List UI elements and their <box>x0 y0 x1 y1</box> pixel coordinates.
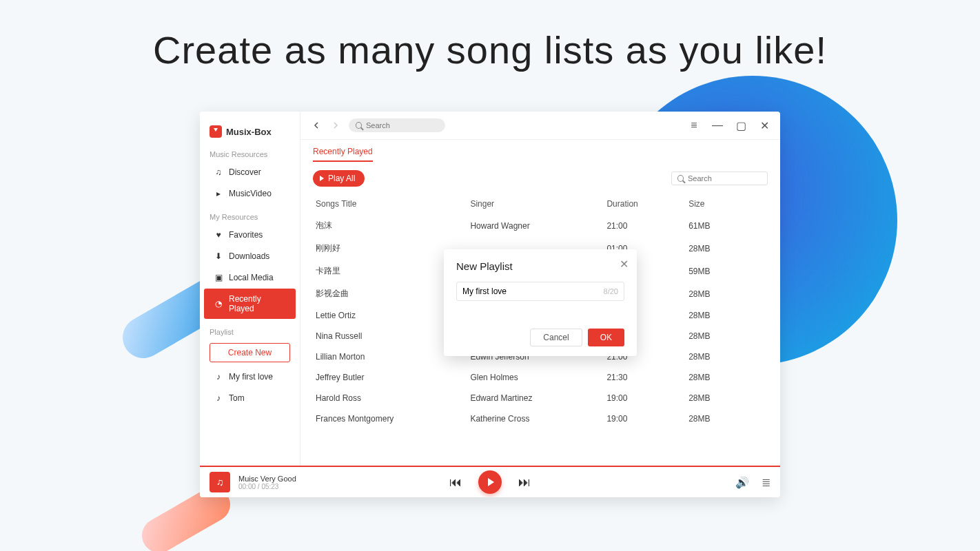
list-search[interactable] <box>671 171 768 185</box>
topbar: ≡ — ▢ ✕ <box>300 112 780 140</box>
cell-singer: Edward Martinez <box>467 388 604 408</box>
cell-size: 61MB <box>686 214 768 237</box>
menu-button[interactable]: ≡ <box>688 119 700 132</box>
search-icon <box>356 122 362 129</box>
modal-close-button[interactable]: ✕ <box>620 258 629 271</box>
sidebar-item-label: Downloads <box>229 251 269 261</box>
cell-title: Harold Ross <box>313 388 467 408</box>
cell-duration: 21:30 <box>604 367 686 388</box>
volume-button[interactable]: 🔊 <box>735 476 749 489</box>
music-note-icon: ♪ <box>214 372 223 382</box>
col-singer[interactable]: Singer <box>467 194 604 214</box>
play-pause-button[interactable] <box>478 470 502 494</box>
sub-tabs: Recently Played <box>300 140 780 162</box>
modal-title: New Playlist <box>456 260 624 272</box>
sidebar-item-label: Local Media <box>229 273 274 282</box>
playlist-name-field[interactable]: 8/20 <box>456 282 624 301</box>
sidebar-playlist-item[interactable]: ♪ Tom <box>204 388 296 408</box>
cell-title: 泡沫 <box>313 214 467 237</box>
section-my-resources: My Resources <box>200 205 300 224</box>
cell-duration: 19:00 <box>604 408 686 429</box>
brand-logo-icon <box>210 125 222 138</box>
list-search-input[interactable] <box>688 174 762 183</box>
play-icon <box>488 478 494 486</box>
main-panel: ≡ — ▢ ✕ Recently Played Play All <box>300 112 780 466</box>
sidebar-item-label: Recently Played <box>229 294 286 313</box>
sidebar-item-discover[interactable]: ♫ Discover <box>204 162 296 183</box>
now-playing-title: Muisc Very Good <box>238 475 296 483</box>
app-window: Musix-Box Music Resources ♫ Discover ▸ M… <box>200 112 780 497</box>
cell-size: 28MB <box>686 408 768 429</box>
cell-title: Jeffrey Butler <box>313 367 467 388</box>
sidebar-item-local-media[interactable]: ▣ Local Media <box>204 267 296 288</box>
table-row[interactable]: Jeffrey ButlerGlen Holmes21:3028MB <box>313 367 768 388</box>
download-icon: ⬇ <box>214 251 223 261</box>
sidebar-item-downloads[interactable]: ⬇ Downloads <box>204 246 296 267</box>
close-button[interactable]: ✕ <box>758 119 770 132</box>
new-playlist-modal: New Playlist ✕ 8/20 Cancel OK <box>444 249 637 356</box>
cell-size: 28MB <box>686 346 768 367</box>
sidebar-item-favorites[interactable]: ♥ Favorites <box>204 225 296 245</box>
sidebar-item-label: Tom <box>229 393 245 403</box>
tab-recently-played[interactable]: Recently Played <box>313 147 373 162</box>
cell-singer: Glen Holmes <box>467 367 604 388</box>
maximize-button[interactable]: ▢ <box>735 119 747 132</box>
next-track-button[interactable]: ⏭ <box>518 475 531 490</box>
prev-track-button[interactable]: ⏮ <box>449 475 462 490</box>
nav-back-button[interactable] <box>310 119 323 132</box>
sidebar-item-musicvideo[interactable]: ▸ MusicVideo <box>204 183 296 204</box>
brand: Musix-Box <box>200 117 300 142</box>
clock-icon: ◔ <box>214 299 223 309</box>
playback-controls: ⏮ ⏭ <box>449 470 531 494</box>
search-icon <box>677 175 684 182</box>
hero-title: Create as many song lists as you like! <box>0 28 980 72</box>
col-size[interactable]: Size <box>686 194 768 214</box>
play-icon <box>320 176 324 181</box>
cell-singer: Katherine Cross <box>467 408 604 429</box>
top-search[interactable] <box>349 118 445 132</box>
toolbar: Play All <box>300 162 780 189</box>
col-songs-title[interactable]: Songs Title <box>313 194 467 214</box>
sidebar-item-label: Discover <box>229 167 261 177</box>
headphones-icon: ♫ <box>214 167 223 177</box>
playlist-name-input[interactable] <box>462 287 604 296</box>
create-new-playlist-button[interactable]: Create New <box>210 343 290 362</box>
cell-singer: Howard Wagner <box>467 214 604 237</box>
table-row[interactable]: Frances MontgomeryKatherine Cross19:0028… <box>313 408 768 429</box>
minimize-button[interactable]: — <box>711 119 724 132</box>
music-note-icon: ♪ <box>214 393 223 403</box>
cell-size: 28MB <box>686 305 768 326</box>
play-all-label: Play All <box>328 174 355 183</box>
cell-size: 28MB <box>686 326 768 346</box>
sidebar-item-recently-played[interactable]: ◔ Recently Played <box>204 289 296 319</box>
sidebar-playlist-item[interactable]: ♪ My first love <box>204 366 296 387</box>
table-row[interactable]: Harold RossEdward Martinez19:0028MB <box>313 388 768 408</box>
headphones-icon: ♫ <box>216 477 224 488</box>
sidebar-item-label: MusicVideo <box>229 189 272 198</box>
player-bar: ♫ Muisc Very Good 00:00 / 05:23 ⏮ ⏭ 🔊 ≣ <box>200 466 780 497</box>
cell-title: Frances Montgomery <box>313 408 467 429</box>
table-row[interactable]: 泡沫Howard Wagner21:0061MB <box>313 214 768 237</box>
heart-icon: ♥ <box>214 230 223 240</box>
cell-size: 28MB <box>686 367 768 388</box>
section-music-resources: Music Resources <box>200 142 300 161</box>
ok-button[interactable]: OK <box>588 329 624 346</box>
cancel-button[interactable]: Cancel <box>530 329 582 346</box>
top-search-input[interactable] <box>366 121 438 129</box>
cell-size: 59MB <box>686 260 768 282</box>
play-all-button[interactable]: Play All <box>313 170 365 187</box>
video-icon: ▸ <box>214 189 223 198</box>
brand-name: Musix-Box <box>226 127 272 137</box>
nav-forward-button[interactable] <box>329 119 342 132</box>
cell-duration: 19:00 <box>604 388 686 408</box>
cell-duration: 21:00 <box>604 214 686 237</box>
cell-size: 28MB <box>686 282 768 305</box>
char-counter: 8/20 <box>604 287 618 295</box>
sidebar: Musix-Box Music Resources ♫ Discover ▸ M… <box>200 112 300 466</box>
folder-icon: ▣ <box>214 273 223 282</box>
now-playing-art[interactable]: ♫ <box>210 472 230 492</box>
now-playing-time: 00:00 / 05:23 <box>238 483 296 490</box>
cell-size: 28MB <box>686 388 768 408</box>
queue-button[interactable]: ≣ <box>762 476 770 489</box>
col-duration[interactable]: Duration <box>604 194 686 214</box>
